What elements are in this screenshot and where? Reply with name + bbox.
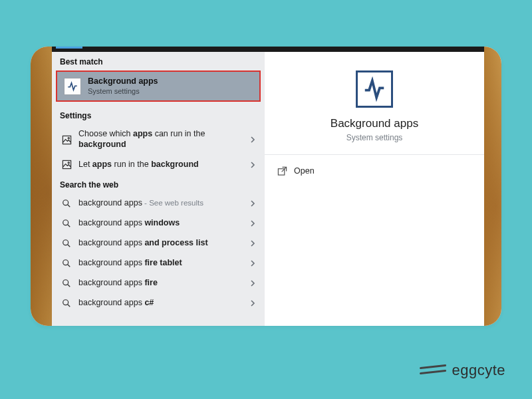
result-label: background apps fire: [78, 278, 242, 289]
search-icon: [61, 298, 72, 309]
svg-point-8: [63, 239, 68, 245]
preview-subtitle: System settings: [346, 133, 403, 142]
result-label: background apps c#: [78, 298, 242, 309]
web-result-item[interactable]: background apps and process list: [52, 233, 265, 253]
svg-line-9: [68, 244, 70, 247]
svg-line-11: [68, 264, 70, 267]
settings-list: Choose which apps can run in the backgro…: [52, 124, 265, 174]
active-tab-accent: [56, 47, 82, 49]
search-icon: [61, 278, 72, 289]
chevron-right-icon: [249, 219, 257, 227]
result-label: background apps fire tablet: [78, 258, 242, 269]
svg-point-10: [63, 259, 68, 265]
watermark-logo-icon: [420, 363, 446, 378]
chevron-right-icon: [249, 259, 257, 267]
svg-line-15: [68, 304, 70, 307]
section-header-best-match: Best match: [52, 52, 265, 70]
result-label: Let apps run in the background: [78, 160, 242, 170]
svg-rect-0: [63, 136, 70, 144]
web-result-item[interactable]: background apps fire: [52, 273, 265, 293]
action-label: Open: [294, 166, 315, 176]
svg-point-12: [63, 279, 68, 285]
preview-title: Background apps: [331, 117, 418, 130]
picture-icon: [61, 134, 72, 145]
section-header-web: Search the web: [52, 175, 265, 194]
best-match-titles: Background apps System settings: [88, 76, 158, 96]
web-result-item[interactable]: background apps c#: [52, 293, 265, 313]
screenshot-card: Best match Background apps System settin…: [31, 47, 501, 326]
result-label: background apps windows: [78, 218, 242, 229]
web-result-item[interactable]: background apps fire tablet: [52, 253, 265, 273]
chevron-right-icon: [249, 161, 257, 169]
watermark: eggcyte: [420, 362, 505, 379]
panel-columns: Best match Background apps System settin…: [52, 52, 484, 326]
svg-line-5: [68, 204, 70, 207]
picture-icon: [61, 160, 72, 170]
svg-point-1: [68, 137, 69, 138]
best-match-title: Background apps: [88, 76, 158, 87]
settings-result-item[interactable]: Let apps run in the background: [52, 155, 265, 175]
web-result-item[interactable]: background apps - See web results: [52, 194, 265, 213]
result-suffix: - See web results: [142, 199, 203, 207]
search-icon: [61, 218, 72, 229]
result-label: background apps - See web results: [78, 198, 242, 209]
open-icon: [277, 166, 287, 176]
action-open[interactable]: Open: [265, 159, 484, 183]
preview-column: Background apps System settings Open: [265, 52, 484, 326]
window-titlebar: [52, 47, 484, 52]
best-match-subtitle: System settings: [88, 87, 158, 96]
web-results-list: background apps - See web resultsbackgro…: [52, 194, 265, 313]
best-match-item[interactable]: Background apps System settings: [56, 70, 261, 102]
search-icon: [61, 198, 72, 209]
svg-line-17: [281, 167, 286, 172]
svg-point-4: [63, 200, 68, 205]
activity-icon: [64, 78, 81, 95]
chevron-right-icon: [249, 299, 257, 307]
svg-point-3: [68, 162, 69, 164]
chevron-right-icon: [249, 136, 257, 144]
settings-result-item[interactable]: Choose which apps can run in the backgro…: [52, 124, 265, 154]
preview-actions: Open: [265, 155, 484, 187]
watermark-text: eggcyte: [452, 362, 505, 379]
web-result-item[interactable]: background apps windows: [52, 213, 265, 233]
results-column: Best match Background apps System settin…: [52, 52, 265, 326]
activity-icon: [356, 70, 393, 108]
svg-rect-2: [63, 161, 70, 169]
chevron-right-icon: [249, 239, 257, 247]
chevron-right-icon: [249, 200, 257, 207]
preview-hero: Background apps System settings: [265, 52, 484, 155]
search-panel: Best match Background apps System settin…: [52, 47, 484, 326]
svg-point-14: [63, 299, 68, 305]
section-header-settings: Settings: [52, 106, 265, 124]
search-icon: [61, 258, 72, 269]
result-label: background apps and process list: [78, 238, 242, 249]
svg-line-7: [68, 224, 70, 227]
svg-point-6: [63, 219, 68, 225]
search-icon: [61, 238, 72, 249]
result-label: Choose which apps can run in the backgro…: [78, 129, 242, 150]
svg-line-13: [68, 284, 70, 287]
chevron-right-icon: [249, 279, 257, 287]
